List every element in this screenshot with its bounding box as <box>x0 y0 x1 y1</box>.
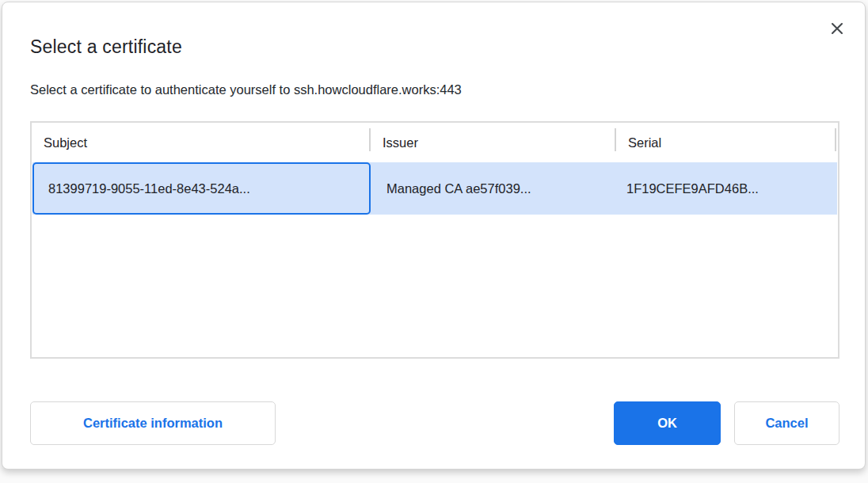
column-divider <box>369 128 371 151</box>
cancel-button[interactable]: Cancel <box>734 401 839 445</box>
close-button[interactable] <box>827 18 847 39</box>
certificate-table: Subject Issuer Serial 81399719-9055-11ed… <box>30 121 839 359</box>
certificate-information-button[interactable]: Certificate information <box>30 401 276 445</box>
column-header-issuer: Issuer <box>383 123 418 162</box>
column-divider <box>615 128 616 151</box>
close-icon <box>829 21 845 36</box>
cell-serial[interactable]: 1F19CEFE9AFD46B... <box>626 162 832 215</box>
column-header-serial: Serial <box>628 123 661 162</box>
dialog-subtitle: Select a certificate to authenticate you… <box>30 82 462 97</box>
ok-button[interactable]: OK <box>614 401 721 445</box>
dialog-title: Select a certificate <box>30 36 182 58</box>
table-header: Subject Issuer Serial <box>32 123 838 162</box>
certificate-select-dialog: Select a certificate Select a certificat… <box>2 2 866 470</box>
cell-subject[interactable]: 81399719-9055-11ed-8e43-524a... <box>48 162 365 215</box>
column-divider <box>835 128 836 151</box>
cell-issuer[interactable]: Managed CA ae57f039... <box>386 162 612 215</box>
column-header-subject: Subject <box>44 123 87 162</box>
certificate-row-selected[interactable]: 81399719-9055-11ed-8e43-524a... Managed … <box>32 162 837 215</box>
